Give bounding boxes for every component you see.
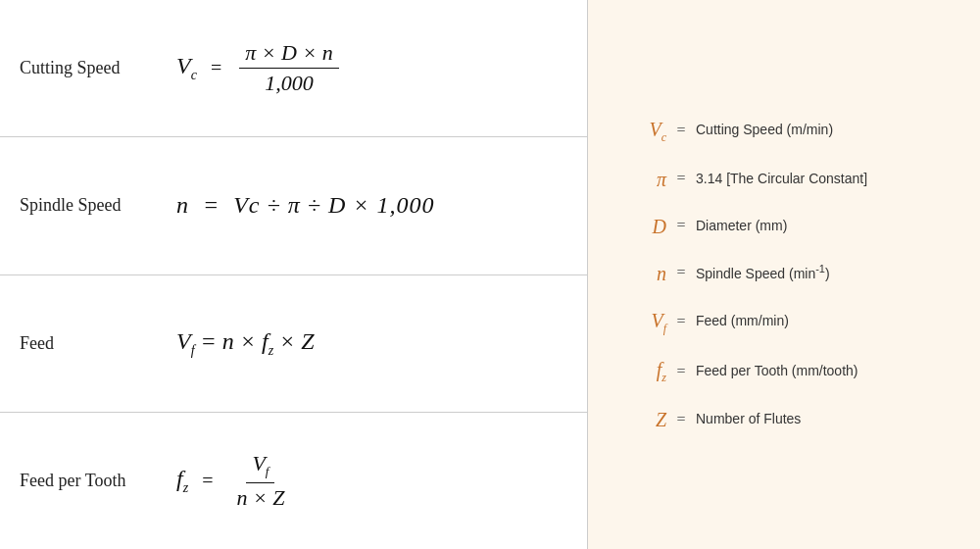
expr-cutting-speed: Vc = π × D × n 1,000 (176, 40, 343, 96)
symbol-d: D (617, 213, 666, 240)
left-panel: Cutting Speed Vc = π × D × n 1,000 Spind… (0, 0, 588, 549)
symbol-z: Z (617, 406, 666, 433)
desc-n: Spindle Speed (min-1) (696, 262, 830, 283)
symbol-fz: fz (617, 356, 666, 386)
desc-fz: Feed per Tooth (mm/tooth) (696, 362, 858, 381)
symbol-pi: π (617, 166, 666, 193)
eq-vf: = (666, 311, 696, 332)
legend-n: n = Spindle Speed (min-1) (617, 250, 951, 297)
lhs-vc: Vc (176, 53, 197, 83)
feed-formula: Vf = n × fz × Z (176, 328, 315, 359)
spindle-formula: n = Vc ÷ π ÷ D × 1,000 (176, 192, 434, 219)
formula-row-spindle-speed: Spindle Speed n = Vc ÷ π ÷ D × 1,000 (0, 137, 587, 274)
fraction-fpt: Vf n × Z (230, 451, 290, 510)
denominator-cutting: 1,000 (259, 69, 319, 96)
eq-d: = (666, 215, 696, 236)
eq-n: = (666, 262, 696, 283)
legend-d: D = Diameter (mm) (617, 203, 951, 250)
label-spindle-speed: Spindle Speed (20, 195, 176, 216)
eq-cutting: = (205, 57, 227, 79)
desc-vc: Cutting Speed (m/min) (696, 121, 833, 140)
eq-pi: = (666, 168, 696, 189)
eq-vc: = (666, 120, 696, 141)
right-panel: Vc = Cutting Speed (m/min) π = 3.14 [The… (588, 0, 980, 549)
symbol-vc: Vc (617, 116, 666, 146)
legend-vf: Vf = Feed (mm/min) (617, 297, 951, 347)
numerator-cutting: π × D × n (239, 40, 339, 69)
label-cutting-speed: Cutting Speed (20, 58, 176, 78)
symbol-n: n (617, 260, 666, 287)
expr-feed-per-tooth: fz = Vf n × Z (176, 451, 295, 510)
desc-z: Number of Flutes (696, 410, 801, 429)
eq-fpt: = (196, 470, 219, 492)
desc-d: Diameter (mm) (696, 217, 787, 236)
lhs-fz: fz (176, 466, 188, 496)
formula-row-feed: Feed Vf = n × fz × Z (0, 275, 587, 413)
symbol-vf: Vf (617, 307, 666, 337)
eq-fz: = (666, 361, 696, 382)
label-feed-per-tooth: Feed per Tooth (20, 471, 176, 491)
legend-pi: π = 3.14 [The Circular Constant] (617, 156, 951, 203)
denominator-fpt: n × Z (230, 483, 290, 511)
formula-row-feed-per-tooth: Feed per Tooth fz = Vf n × Z (0, 413, 587, 549)
desc-vf: Feed (mm/min) (696, 312, 789, 331)
fraction-cutting: π × D × n 1,000 (239, 40, 339, 96)
desc-pi: 3.14 [The Circular Constant] (696, 170, 867, 189)
legend-vc: Vc = Cutting Speed (m/min) (617, 106, 951, 156)
numerator-fpt: Vf (246, 451, 274, 482)
formula-row-cutting-speed: Cutting Speed Vc = π × D × n 1,000 (0, 0, 587, 137)
label-feed: Feed (20, 333, 176, 354)
legend-fz: fz = Feed per Tooth (mm/tooth) (617, 346, 951, 396)
expr-spindle-speed: n = Vc ÷ π ÷ D × 1,000 (176, 192, 434, 219)
eq-z: = (666, 409, 696, 430)
expr-feed: Vf = n × fz × Z (176, 328, 315, 359)
legend-z: Z = Number of Flutes (617, 396, 951, 443)
